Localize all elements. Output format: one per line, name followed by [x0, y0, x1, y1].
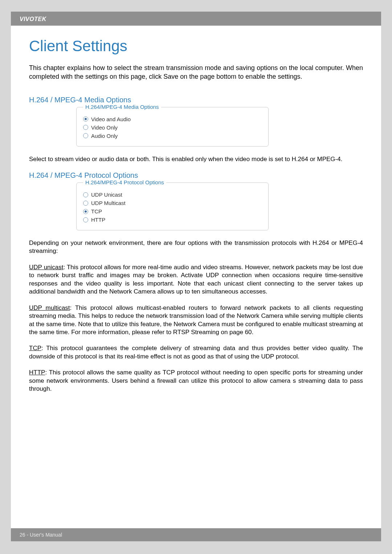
footer-text: 26 - User's Manual [20, 532, 62, 538]
protocol-options-fieldset: H.264/MPEG-4 Protocol Options UDP Unicas… [76, 182, 269, 230]
media-option-audio-only[interactable]: Audio Only [83, 133, 262, 139]
media-options-note: Select to stream video or audio data or … [29, 155, 363, 163]
protocol-options-heading: H.264 / MPEG-4 Protocol Options [29, 171, 363, 180]
body-tcp: : This protocol guarantees the complete … [29, 345, 363, 360]
term-udp-multicast: UDP multicast [29, 304, 70, 311]
content-area: Client Settings This chapter explains ho… [11, 26, 381, 393]
media-options-fieldset: H.264/MPEG-4 Media Options Video and Aud… [76, 107, 269, 147]
radio-label: UDP Unicast [91, 192, 122, 198]
radio-label: UDP Multicast [91, 200, 126, 206]
radio-icon [83, 125, 88, 130]
media-options-legend: H.264/MPEG-4 Media Options [83, 104, 161, 110]
radio-icon [83, 217, 88, 222]
protocol-option-http[interactable]: HTTP [83, 217, 262, 223]
body-http: : This protocol allows the same quality … [29, 369, 363, 392]
radio-label: Video Only [91, 124, 118, 131]
media-option-video-only[interactable]: Video Only [83, 124, 262, 131]
document-page: VIVOTEK Client Settings This chapter exp… [11, 12, 381, 541]
term-http: HTTP [29, 369, 45, 376]
body-udp-unicast: : This protocol allows for more real-tim… [29, 264, 363, 295]
radio-icon [83, 116, 88, 122]
media-options-heading: H.264 / MPEG-4 Media Options [29, 96, 363, 104]
radio-label: HTTP [91, 217, 105, 223]
protocol-options-note: Depending on your network environment, t… [29, 239, 363, 255]
radio-label: Audio Only [91, 133, 118, 139]
term-tcp: TCP [29, 345, 41, 352]
protocol-option-udp-multicast[interactable]: UDP Multicast [83, 200, 262, 206]
page-title: Client Settings [29, 37, 363, 55]
radio-label: Video and Audio [91, 116, 131, 122]
footer-band: 26 - User's Manual [11, 528, 381, 541]
tcp-paragraph: TCP: This protocol guarantees the comple… [29, 344, 363, 361]
http-paragraph: HTTP: This protocol allows the same qual… [29, 369, 363, 393]
brand-label: VIVOTEK [20, 16, 46, 22]
protocol-option-udp-unicast[interactable]: UDP Unicast [83, 192, 262, 198]
radio-icon [83, 201, 88, 206]
intro-paragraph: This chapter explains how to select the … [29, 63, 363, 81]
header-band: VIVOTEK [11, 12, 381, 25]
udp-unicast-paragraph: UDP unicast: This protocol allows for mo… [29, 263, 363, 296]
radio-icon [83, 192, 88, 197]
radio-icon [83, 133, 88, 138]
protocol-option-tcp[interactable]: TCP [83, 208, 262, 214]
body-udp-multicast: : This protocol allows multicast-enabled… [29, 304, 363, 336]
radio-icon [83, 209, 88, 214]
udp-multicast-paragraph: UDP multicast: This protocol allows mult… [29, 304, 363, 337]
media-option-video-and-audio[interactable]: Video and Audio [83, 116, 262, 122]
radio-label: TCP [91, 208, 102, 214]
protocol-options-legend: H.264/MPEG-4 Protocol Options [83, 179, 166, 185]
term-udp-unicast: UDP unicast [29, 264, 64, 271]
